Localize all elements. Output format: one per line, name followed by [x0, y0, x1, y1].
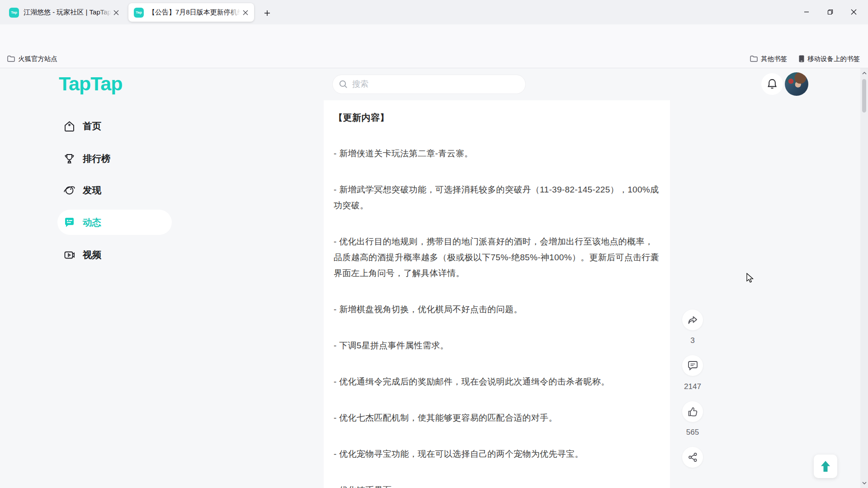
comments-button[interactable]: [682, 355, 703, 376]
sidebar-item-moments[interactable]: 动态: [63, 214, 101, 230]
tab-title: 江湖悠悠 - 玩家社区 | TapTap 社: [24, 8, 111, 17]
article-paragraph: - 下调5星拼点事件属性需求。: [334, 338, 660, 353]
sidebar-label: 排行榜: [83, 152, 111, 165]
scrollbar-up-arrow[interactable]: [860, 70, 868, 77]
article-paragraph: - 新增棋盘视角切换，优化棋局不好点击的问题。: [334, 301, 660, 317]
like-button[interactable]: [682, 401, 703, 422]
repost-arrow-icon: [687, 315, 698, 325]
browser-toolbar: https://www.taptap.com/topic/18602894#al…: [0, 24, 868, 50]
article-paragraph: - 优化出行目的地规则，携带目的地门派喜好的酒时，会增加出行至该地点的概率，品质…: [334, 234, 660, 281]
bookmark-firefox-sites[interactable]: 火狐官方站点: [5, 53, 60, 65]
restore-button[interactable]: [818, 3, 842, 21]
site-search-bar[interactable]: [332, 75, 526, 94]
bookmark-label: 移动设备上的书签: [807, 55, 860, 63]
browser-tab-bar: Tap 江湖悠悠 - 玩家社区 | TapTap 社 Tap 【公告】7月8日版…: [0, 0, 868, 24]
bell-icon: [767, 79, 777, 89]
back-to-top-button[interactable]: [814, 455, 837, 478]
folder-icon: [7, 56, 15, 62]
article-paragraph: - 优化铸币界面；: [334, 482, 660, 488]
minimize-button[interactable]: [795, 3, 818, 21]
moments-feed-icon: [63, 216, 75, 229]
article-paragraph: - 优化通缉令完成后的奖励邮件，现在会说明此次通缉令的击杀者昵称。: [334, 374, 660, 389]
article-paragraph: - 新增武学冥想突破功能，可选择消耗较多的突破丹（11-39-82-145-22…: [334, 182, 660, 213]
sidebar-label: 首页: [83, 120, 101, 132]
sidebar-item-discover[interactable]: 发现: [63, 182, 101, 198]
search-input[interactable]: [352, 80, 506, 89]
taptap-favicon-icon: Tap: [9, 8, 19, 18]
repost-button[interactable]: [682, 310, 703, 330]
bookmarks-bar: 火狐官方站点 其他书签 移动设备上的书签: [0, 50, 868, 68]
mobile-phone-icon: [799, 55, 804, 62]
bookmark-label: 其他书签: [761, 55, 787, 63]
article-paragraph: - 优化七杰匹配机制，使其能够更容易的匹配合适的对手。: [334, 410, 660, 426]
share-network-icon: [688, 452, 698, 462]
comment-count: 2147: [679, 382, 706, 391]
notifications-button[interactable]: [761, 73, 783, 95]
video-icon: [63, 249, 75, 261]
page-scrollbar[interactable]: [860, 68, 868, 488]
search-icon: [339, 80, 348, 89]
scrollbar-down-arrow[interactable]: [860, 479, 868, 487]
sidebar-label: 视频: [83, 249, 101, 261]
home-icon: [63, 120, 75, 132]
tab-close-icon[interactable]: [241, 8, 250, 18]
taptap-favicon-icon: Tap: [134, 8, 144, 18]
close-window-button[interactable]: [842, 3, 865, 21]
tab-close-icon[interactable]: [111, 8, 121, 18]
taptap-page: TapTap 首页 排行榜 发现 动态 视频 【更新内容】 - 新增侠道关卡玩法…: [0, 68, 868, 488]
tab-taptap-community[interactable]: Tap 江湖悠悠 - 玩家社区 | TapTap 社: [4, 3, 125, 22]
article-content-card: 【更新内容】 - 新增侠道关卡玩法第二章-青云寨。 - 新增武学冥想突破功能，可…: [324, 100, 670, 488]
taptap-logo[interactable]: TapTap: [59, 73, 123, 95]
article-paragraph: - 优化宠物寻宝功能，现在可以选择自己的两个宠物为优先寻宝。: [334, 446, 660, 462]
window-controls: [795, 0, 865, 23]
arrow-up-icon: [820, 460, 831, 473]
tab-title-fade: [99, 8, 111, 17]
user-avatar[interactable]: [785, 72, 808, 96]
share-button[interactable]: [682, 447, 703, 468]
tab-announcement-active[interactable]: Tap 【公告】7月8日版本更新停机维: [128, 3, 254, 22]
thumbs-up-icon: [688, 407, 698, 417]
comment-icon: [688, 361, 698, 371]
tab-title-fade: [228, 8, 241, 17]
trophy-icon: [63, 153, 75, 165]
sidebar-label: 发现: [83, 184, 101, 197]
article-paragraph: - 新增侠道关卡玩法第二章-青云寨。: [334, 145, 660, 161]
tab-title: 【公告】7月8日版本更新停机维: [148, 8, 241, 17]
new-tab-button[interactable]: [260, 7, 274, 19]
bookmark-mobile-bookmarks[interactable]: 移动设备上的书签: [796, 53, 863, 65]
sidebar-item-home[interactable]: 首页: [63, 118, 101, 134]
folder-icon: [750, 56, 758, 62]
scrollbar-thumb[interactable]: [862, 79, 866, 113]
sidebar-label: 动态: [83, 216, 101, 229]
repost-count: 3: [679, 336, 706, 345]
discover-planet-icon: [63, 184, 75, 197]
like-count: 565: [679, 428, 706, 437]
bookmark-other-bookmarks[interactable]: 其他书签: [747, 53, 790, 65]
sidebar-item-leaderboard[interactable]: 排行榜: [63, 150, 111, 167]
sidebar-item-videos[interactable]: 视频: [63, 247, 101, 263]
article-section-title: 【更新内容】: [334, 111, 660, 124]
bookmark-label: 火狐官方站点: [18, 55, 57, 63]
